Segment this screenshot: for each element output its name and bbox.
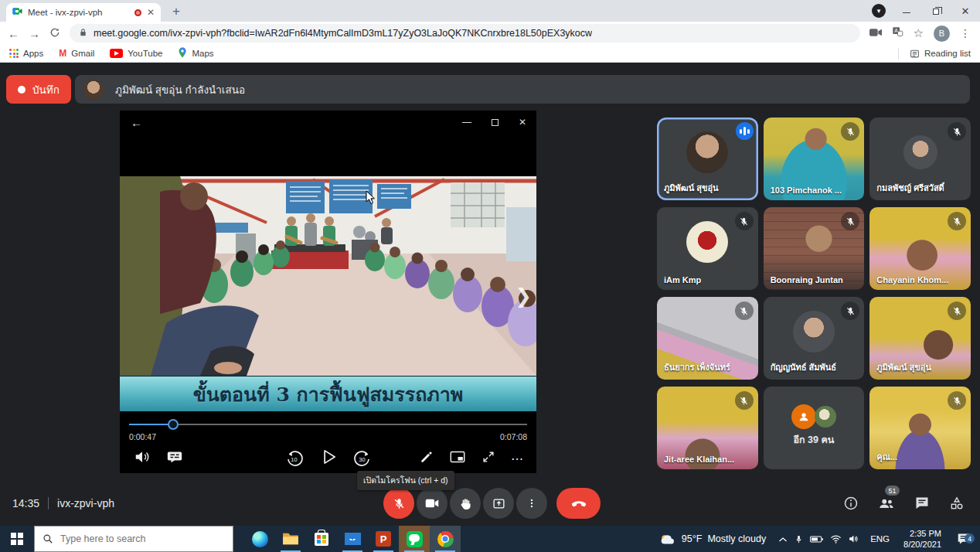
raise-hand-button[interactable] [450, 488, 481, 519]
taskbar-store-icon[interactable] [306, 526, 337, 552]
bookmark-label: Apps [23, 49, 43, 58]
seek-bar[interactable] [129, 419, 527, 430]
next-chevron-icon[interactable]: ❯ [515, 285, 532, 308]
action-center-button[interactable]: 4 [952, 533, 975, 545]
edit-pencil-icon[interactable] [419, 449, 434, 468]
player-controls: 10 30 [120, 445, 536, 473]
bookmark-label: Gmail [71, 49, 94, 58]
tab-close-icon[interactable]: ✕ [147, 8, 155, 17]
mic-off-icon [735, 302, 754, 320]
participant-count-badge: 51 [885, 486, 900, 496]
chat-panel-button[interactable] [914, 496, 930, 514]
taskbar-chrome-icon[interactable] [430, 526, 461, 552]
player-back-icon[interactable]: ← [131, 116, 142, 129]
taskbar-edge-icon[interactable] [244, 526, 275, 552]
mic-off-icon [841, 122, 859, 141]
reading-list-icon [910, 49, 920, 59]
participant-tile[interactable]: กัญญนัทธ์ สัมพันธ์ [764, 297, 865, 380]
taskbar-line-icon[interactable] [399, 526, 430, 552]
bookmark-youtube[interactable]: YouTube [110, 49, 162, 58]
bookmark-maps[interactable]: Maps [178, 47, 213, 60]
video-subtitle-text: ขั้นตอนที่ 3 การฟื้นฟูสมรรถภาพ [193, 379, 464, 410]
skip-forward-30-icon[interactable]: 30 [353, 449, 372, 468]
participant-tile[interactable]: คุณ... [869, 387, 971, 469]
volume-icon[interactable] [134, 448, 151, 469]
participants-panel-button[interactable]: 51 [878, 495, 895, 515]
play-icon[interactable] [318, 447, 339, 470]
captions-icon[interactable] [166, 448, 183, 469]
more-options-button[interactable] [516, 488, 547, 519]
mini-player-icon[interactable] [449, 448, 466, 469]
participant-tile[interactable]: กมลพัชญ์ ศรีสวัสดิ์ [869, 118, 971, 200]
reload-icon[interactable] [49, 27, 60, 40]
media-controls-button[interactable]: ▾ [872, 4, 886, 18]
tray-wifi-icon[interactable] [830, 535, 842, 543]
minimize-button[interactable] [892, 0, 921, 22]
reading-list-button[interactable]: Reading list [898, 48, 971, 60]
bookmark-apps[interactable]: Apps [9, 49, 43, 58]
leave-call-button[interactable] [556, 488, 601, 519]
player-close-icon[interactable]: ✕ [509, 111, 536, 134]
forward-icon[interactable]: → [29, 27, 40, 40]
new-tab-button[interactable]: + [167, 2, 185, 21]
participant-grid: ภูมิพัฒน์ สุขอุ่น 103 Pimchanok ... กมลพ… [657, 118, 971, 469]
bookmark-star-icon[interactable]: ☆ [914, 26, 924, 40]
browser-tab[interactable]: Meet - ivx-zpvi-vph ✕ [6, 3, 161, 22]
tray-battery-icon[interactable] [810, 535, 823, 543]
taskbar-powerpoint-icon[interactable]: P [368, 526, 399, 552]
profile-avatar[interactable]: B [934, 26, 950, 42]
participant-tile[interactable]: ภูมิพัฒน์ สุขอุ่น [657, 118, 758, 200]
participant-name: คุณ... [876, 450, 897, 464]
participant-tile[interactable]: ธันยากร เพ็งจันทร์ [657, 297, 758, 380]
player-minimize-icon[interactable]: — [453, 111, 481, 134]
skip-back-10-icon[interactable]: 10 [285, 449, 304, 468]
translate-icon[interactable]: A [892, 26, 903, 41]
meeting-details-icon[interactable] [843, 496, 859, 514]
player-more-icon[interactable]: ⋯ [511, 451, 524, 466]
weather-widget[interactable]: 95°F Mostly cloudy [660, 533, 766, 545]
tray-mic-icon[interactable] [795, 534, 803, 544]
address-bar-actions: A ☆ B ⋮ [869, 26, 972, 42]
participant-tile[interactable]: Chayanin Khom... [869, 207, 971, 290]
fullscreen-icon[interactable] [481, 449, 496, 468]
taskbar-file-explorer-icon[interactable] [275, 526, 306, 552]
participant-tile[interactable]: 103 Pimchanok ... [764, 118, 865, 200]
participant-tile[interactable]: Jit-aree Klaihan... [657, 387, 758, 469]
search-input[interactable] [60, 533, 199, 544]
browser-menu-icon[interactable]: ⋮ [960, 27, 971, 39]
photo-avatar [815, 406, 836, 428]
taskbar-clock[interactable]: 2:35 PM 8/20/2021 [903, 528, 941, 550]
lock-icon [79, 26, 87, 40]
language-indicator[interactable]: ENG [870, 534, 890, 543]
taskbar-mail-icon[interactable] [337, 526, 368, 552]
player-times: 0:00:47 0:07:08 [129, 432, 527, 441]
url-field[interactable]: meet.google.com/ivx-zpvi-vph?fbclid=IwAR… [70, 24, 860, 43]
participant-tile[interactable]: iAm Kmp [657, 207, 758, 290]
close-button[interactable]: ✕ [951, 0, 980, 22]
back-icon[interactable]: ← [8, 27, 19, 40]
participant-overflow-tile[interactable]: อีก 39 คน [764, 387, 865, 469]
player-maximize-icon[interactable] [481, 111, 509, 134]
clock-date: 8/20/2021 [903, 539, 941, 550]
meet-favicon-icon [12, 5, 22, 19]
participant-tile[interactable]: Boonraing Juntan [764, 207, 865, 290]
camera-toggle-button[interactable] [417, 488, 447, 519]
participant-avatar [793, 311, 835, 353]
taskbar-search[interactable] [34, 526, 233, 552]
start-button[interactable] [0, 526, 34, 552]
taskbar-apps: P [244, 526, 461, 552]
maximize-button[interactable] [921, 0, 951, 22]
tray-volume-icon[interactable] [849, 534, 859, 543]
mic-toggle-button[interactable] [383, 488, 414, 519]
participant-avatar [903, 135, 937, 169]
present-screen-button[interactable] [483, 488, 514, 519]
tray-chevron-icon[interactable] [778, 536, 788, 543]
participant-tile[interactable]: ภูมิพัฒน์ สุขอุ่น [869, 297, 971, 380]
camera-tab-icon[interactable] [869, 26, 882, 40]
bookmark-gmail[interactable]: M Gmail [59, 48, 94, 59]
url-text: meet.google.com/ivx-zpvi-vph?fbclid=IwAR… [94, 28, 592, 39]
activities-button[interactable] [949, 496, 965, 514]
apps-grid-icon [9, 49, 19, 58]
video-content[interactable]: ❯ ขั้นตอนที่ 3 การฟื้นฟูสมรรถภาพ [120, 176, 536, 411]
seek-knob[interactable] [168, 419, 179, 430]
